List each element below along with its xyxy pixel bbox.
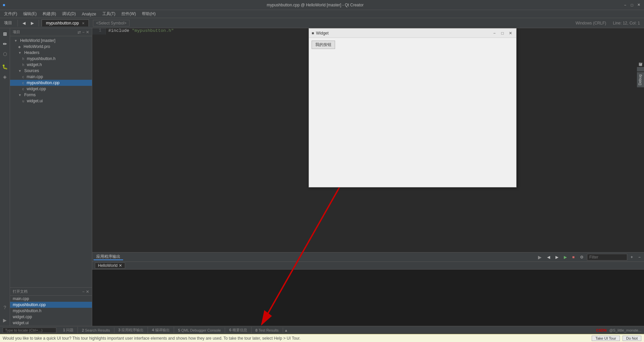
open-file-mypushbutton-cpp[interactable]: mypushbutton.cpp: [10, 302, 92, 308]
tree-item-mypushbutton-cpp[interactable]: cmypushbutton.cpp: [10, 80, 92, 86]
open-files-list: main.cppmypushbutton.cppmypushbutton.hwi…: [10, 296, 92, 326]
sidebar-icon-edit[interactable]: ✏: [1, 40, 9, 48]
panel-sync-btn[interactable]: ⇄: [77, 30, 81, 35]
bottom-status-tabs: 1问题 2Search Results 3应用程序输出 4编译输出 5QML D…: [0, 326, 644, 334]
main-layout: ⊞ ✏ ⬡ 🐛 ◈ ? ▶ 项目 ⇄ − ✕ ▼HelloWorld [mast…: [0, 28, 644, 326]
output-stop-btn[interactable]: ■: [570, 254, 577, 260]
sidebar-icon-welcome[interactable]: ⊞: [1, 30, 9, 38]
tree-item-widget-cpp[interactable]: cwidget.cpp: [10, 86, 92, 92]
window-title: mypushbutton.cpp @ HelloWorld [master] -…: [8, 3, 623, 7]
output-minus-btn[interactable]: −: [636, 254, 643, 260]
tree-item-sources[interactable]: ▼Sources: [10, 68, 92, 74]
menu-item-t[interactable]: 工具(T): [100, 10, 118, 17]
toolbar-separator-2: [39, 20, 39, 26]
output-content: [92, 270, 644, 326]
close-button[interactable]: ✕: [636, 2, 641, 8]
sidebar-icon-design[interactable]: ⬡: [1, 50, 9, 58]
tree-item-widget-ui[interactable]: uwidget.ui: [10, 98, 92, 104]
open-files-close-btn[interactable]: ✕: [86, 289, 89, 294]
menu-item-b[interactable]: 构建(B): [40, 10, 59, 17]
status-tab-summary[interactable]: 6概要信息: [225, 327, 251, 333]
maximize-button[interactable]: □: [629, 2, 635, 8]
forward-button[interactable]: ▶: [29, 20, 36, 26]
status-tab-output[interactable]: 3应用程序输出: [114, 327, 148, 333]
panel-close-btn[interactable]: ✕: [86, 30, 89, 35]
open-file-mypushbutton-h[interactable]: mypushbutton.h: [10, 308, 92, 314]
tree-item-mypushbutton-h[interactable]: hmypushbutton.h: [10, 56, 92, 62]
take-tour-button[interactable]: Take UI Tour: [592, 336, 620, 341]
output-plus-btn[interactable]: +: [629, 254, 635, 260]
output-panel-header: 应用程序输出 ▶ ◀ ▶ ▶ ■ ⚙ + −: [92, 252, 644, 262]
status-tab-arrow[interactable]: ▲: [284, 328, 288, 332]
status-tab-qml[interactable]: 5QML Debugger Console: [174, 328, 225, 333]
right-label-debug[interactable]: Debug: [637, 72, 644, 87]
toolbar: 项目 ◀ ▶ mypushbutton.cpp ✕ <Select Symbol…: [0, 18, 644, 28]
project-label: 项目: [1, 20, 15, 26]
tree-item-forms[interactable]: ▼Forms: [10, 92, 92, 98]
output-run2-btn[interactable]: ▶: [562, 254, 569, 260]
open-file-widget-ui[interactable]: widget.ui: [10, 320, 92, 326]
symbol-selector[interactable]: <Select Symbol>: [93, 20, 129, 26]
sidebar-icon-debug[interactable]: 🐛: [1, 62, 9, 71]
sidebar-icon-project[interactable]: ◈: [1, 72, 9, 81]
status-tab-test[interactable]: 8Test Results: [252, 328, 283, 333]
project-panel-header: 项目 ⇄ − ✕: [10, 28, 92, 36]
tab-label: mypushbutton.cpp: [46, 21, 79, 25]
output-fwd-btn[interactable]: ▶: [553, 254, 560, 260]
menubar: 文件(F)编辑(E)构建(B)调试(D)Analyze工具(T)控件(W)帮助(…: [0, 10, 644, 18]
output-debug-btn[interactable]: ⚙: [578, 254, 586, 260]
minimize-button[interactable]: −: [623, 2, 628, 8]
output-panel-title: 应用程序输出: [94, 254, 123, 260]
tab-mypushbutton[interactable]: mypushbutton.cpp ✕: [42, 19, 89, 26]
sidebar-icons: ⊞ ✏ ⬡ 🐛 ◈ ? ▶: [0, 28, 10, 326]
output-run-btn[interactable]: ▶: [536, 254, 544, 261]
menu-item-d[interactable]: 调试(D): [59, 10, 78, 17]
tree-item-headers[interactable]: ▼Headers: [10, 50, 92, 56]
line-col-indicator: Line: 12, Col: 1: [613, 21, 640, 25]
status-tab-search[interactable]: 2Search Results: [78, 328, 114, 333]
menu-item-analyze[interactable]: Analyze: [79, 11, 99, 17]
open-file-main-cpp[interactable]: main.cpp: [10, 296, 92, 302]
tree-item-helloworld-pro[interactable]: ◆HelloWorld.pro: [10, 44, 92, 50]
app-icon: ■: [3, 3, 5, 7]
menu-item-h[interactable]: 帮助(H): [139, 10, 158, 17]
tree-item-helloworld--master-[interactable]: ▼HelloWorld [master]: [10, 38, 92, 44]
open-file-widget-cpp[interactable]: widget.cpp: [10, 314, 92, 320]
widget-window: ■ Widget − □ ✕ 我的按钮: [309, 28, 517, 187]
open-files-panel: 打开文档 − ✕ main.cppmypushbutton.cppmypushb…: [10, 287, 92, 326]
tab-bar: mypushbutton.cpp ✕: [42, 19, 89, 26]
locate-input[interactable]: [3, 328, 56, 333]
tree-item-main-cpp[interactable]: cmain.cpp: [10, 74, 92, 80]
line-ending-indicator: Windows (CRLF): [576, 21, 606, 25]
right-label-build[interactable]: 构建: [637, 67, 644, 71]
tab-close-icon[interactable]: ✕: [82, 21, 85, 25]
widget-icon: ■: [312, 31, 314, 36]
widget-maximize-btn[interactable]: □: [499, 30, 505, 36]
output-filter-input[interactable]: [587, 254, 627, 261]
editor-area: 1#include "mypushbutton.h" 应用程序输出 ▶ ◀ ▶ …: [92, 28, 644, 326]
line-number: 1: [92, 28, 106, 35]
back-button[interactable]: ◀: [20, 20, 28, 26]
status-tab-problems[interactable]: 1问题: [59, 327, 78, 333]
status-tab-compile[interactable]: 4编译输出: [148, 327, 174, 333]
panel-collapse-btn[interactable]: −: [82, 30, 85, 35]
tree-item-widget-h[interactable]: hwidget.h: [10, 62, 92, 68]
menu-item-w[interactable]: 控件(W): [119, 10, 139, 17]
file-tree: ▼HelloWorld [master] ◆HelloWorld.pro ▼He…: [10, 36, 92, 287]
widget-minimize-btn[interactable]: −: [491, 30, 497, 36]
menu-item-e[interactable]: 编辑(E): [20, 10, 39, 17]
menu-item-f[interactable]: 文件(F): [1, 10, 20, 17]
sidebar-icon-debug2[interactable]: ▶: [1, 316, 9, 325]
widget-title: Widget: [316, 31, 489, 36]
open-files-collapse-btn[interactable]: −: [82, 289, 85, 294]
app-tab-label[interactable]: HelloWorld ✕: [95, 263, 125, 269]
project-panel: 项目 ⇄ − ✕ ▼HelloWorld [master] ◆HelloWorl…: [10, 28, 92, 326]
sidebar-icon-help[interactable]: ?: [1, 303, 9, 312]
output-back-btn[interactable]: ◀: [545, 254, 552, 260]
widget-titlebar: ■ Widget − □ ✕: [309, 28, 516, 38]
my-button[interactable]: 我的按钮: [312, 41, 335, 49]
project-panel-title: 项目: [13, 30, 20, 35]
do-not-button[interactable]: Do Not: [623, 336, 641, 341]
widget-close-btn[interactable]: ✕: [507, 30, 514, 36]
tour-bar: Would you like to take a quick UI tour? …: [0, 334, 644, 342]
